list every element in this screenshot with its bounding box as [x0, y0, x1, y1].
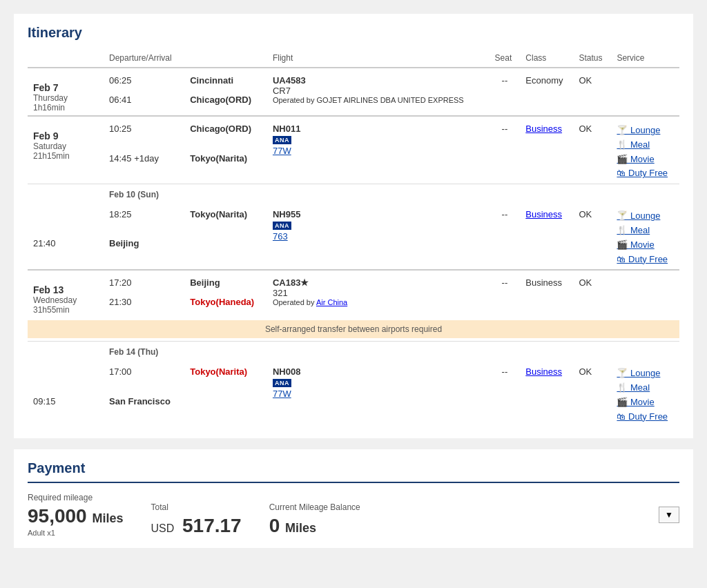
- date-cell-empty: [28, 202, 104, 235]
- city-arrive: Chicago(ORD): [184, 92, 267, 116]
- class-link[interactable]: Business: [525, 209, 562, 219]
- service-link-movie[interactable]: 🎬 Movie: [617, 153, 674, 167]
- class-link[interactable]: Business: [525, 124, 562, 134]
- mileage-label: Required mileage: [28, 493, 123, 502]
- date-cell: Feb 13 Wednesday 31h55min: [28, 270, 104, 317]
- time-arrive: 21:40: [28, 235, 104, 270]
- adult-label: Adult x1: [28, 529, 123, 537]
- aircraft-link[interactable]: 77W: [273, 146, 291, 156]
- payment-dropdown-button[interactable]: ▼: [659, 507, 679, 523]
- status-col: OK: [573, 270, 611, 317]
- transfer-banner-row: Self-arranged transfer between airports …: [28, 317, 679, 342]
- service-link-movie[interactable]: 🎬 Movie: [617, 238, 674, 253]
- time-depart: 18:25: [104, 202, 184, 235]
- status-col: OK: [573, 68, 611, 116]
- date-duration: 1h16min: [33, 103, 91, 112]
- balance-number: 0: [269, 515, 280, 536]
- flight-info: NH008ANA77W: [267, 360, 490, 427]
- ana-logo: ANA: [273, 134, 484, 146]
- transfer-banner: Self-arranged transfer between airports …: [28, 320, 679, 338]
- date-main: Feb 9: [33, 130, 91, 141]
- class-text: Economy: [525, 75, 563, 86]
- time-depart: 06:25: [104, 68, 184, 92]
- service-link-lounge[interactable]: 🍸 Lounge: [617, 366, 674, 381]
- col-header-seat: Seat: [490, 49, 521, 68]
- class-col: Business: [520, 270, 573, 317]
- seat: --: [490, 68, 521, 116]
- city-arrive: San Francisco: [104, 393, 184, 427]
- city-depart: Tokyo(Narita): [184, 202, 267, 235]
- col-header-status: Status: [573, 49, 611, 68]
- balance-value: 0 Miles: [269, 515, 360, 537]
- table-row: 18:25 Tokyo(Narita) NH955ANA763 -- Busin…: [28, 202, 679, 235]
- date-main: Feb 13: [33, 284, 91, 295]
- operated-by-link[interactable]: Air China: [316, 298, 347, 306]
- flight-extra: 321: [273, 288, 484, 298]
- date-day: Thursday: [33, 93, 91, 103]
- class-text: Business: [525, 277, 562, 288]
- city-arrive: Tokyo(Haneda): [184, 294, 267, 317]
- aircraft-link[interactable]: 763: [273, 231, 288, 242]
- mileage-unit: Miles: [92, 511, 123, 525]
- flight-number: NH008: [273, 366, 484, 377]
- table-row: Feb 9 Saturday 21h15min 10:25 Chicago(OR…: [28, 116, 679, 150]
- transfer-banner-cell: Self-arranged transfer between airports …: [28, 317, 679, 342]
- service-link-duty-free[interactable]: 🛍 Duty Free: [617, 410, 674, 424]
- time-depart: 17:00: [104, 360, 184, 393]
- itinerary-section: Itinerary Departure/Arrival Flight Seat …: [14, 14, 693, 438]
- seat: --: [490, 116, 521, 184]
- sub-date-empty: [28, 342, 104, 360]
- col-header-city: [184, 49, 267, 68]
- balance-unit: Miles: [285, 521, 316, 535]
- col-header-empty: [28, 49, 104, 68]
- service-link-duty-free[interactable]: 🛍 Duty Free: [617, 166, 674, 181]
- mileage-block: Required mileage 95,000 Miles Adult x1: [28, 493, 123, 537]
- flight-number: NH011: [273, 124, 484, 134]
- city-depart: Chicago(ORD): [184, 116, 267, 150]
- operated-by: Operated by Air China: [273, 298, 484, 306]
- total-label: Total: [151, 502, 241, 512]
- flight-info: NH955ANA763: [267, 202, 490, 270]
- service-link-meal[interactable]: 🍴 Meal: [617, 138, 674, 153]
- service-link-movie[interactable]: 🎬 Movie: [617, 395, 674, 410]
- time-arrive: 21:30: [104, 294, 184, 317]
- table-row: Feb 7 Thursday 1h16min 06:25 Cincinnati …: [28, 68, 679, 92]
- total-amount: 517.17: [182, 515, 242, 536]
- class-col: Business: [520, 116, 573, 184]
- table-row: 17:00 Tokyo(Narita) NH008ANA77W -- Busin…: [28, 360, 679, 393]
- balance-label: Current Mileage Balance: [269, 502, 360, 512]
- total-block: Total USD 517.17: [151, 502, 241, 537]
- ana-logo: ANA: [273, 219, 484, 231]
- service-link-duty-free[interactable]: 🛍 Duty Free: [617, 253, 674, 267]
- city-arrive: Beijing: [104, 235, 184, 270]
- time-depart: 10:25: [104, 116, 184, 150]
- col-header-service: Service: [611, 49, 679, 68]
- service-col: 🍸 Lounge🍴 Meal🎬 Movie🛍 Duty Free: [611, 360, 679, 427]
- service-link-lounge[interactable]: 🍸 Lounge: [617, 124, 674, 138]
- sub-date-label: Feb 14 (Thu): [104, 342, 679, 360]
- service-link-meal[interactable]: 🍴 Meal: [617, 381, 674, 395]
- date-day: Saturday: [33, 141, 91, 151]
- date-main: Feb 7: [33, 82, 91, 93]
- balance-block: Current Mileage Balance 0 Miles: [269, 502, 360, 537]
- flight-number: UA4583: [273, 75, 484, 86]
- city-depart: Beijing: [184, 270, 267, 294]
- seat: --: [490, 360, 521, 427]
- service-link-lounge[interactable]: 🍸 Lounge: [617, 209, 674, 224]
- date-day: Wednesday: [33, 295, 91, 305]
- time-arrive: 09:15: [28, 393, 104, 427]
- status-col: OK: [573, 116, 611, 184]
- service-col: 🍸 Lounge🍴 Meal🎬 Movie🛍 Duty Free: [611, 116, 679, 184]
- service-link-meal[interactable]: 🍴 Meal: [617, 224, 674, 238]
- class-link[interactable]: Business: [525, 366, 562, 377]
- flight-info: NH011ANA77W: [267, 116, 490, 184]
- aircraft-link[interactable]: 77W: [273, 389, 291, 399]
- sub-date-empty: [28, 184, 104, 203]
- payment-row: Required mileage 95,000 Miles Adult x1 T…: [28, 493, 679, 537]
- col-header-class: Class: [520, 49, 573, 68]
- time-arrive: 06:41: [104, 92, 184, 116]
- class-col: Business: [520, 360, 573, 427]
- flight-extra: CR7: [273, 86, 484, 96]
- mileage-value: 95,000 Miles: [28, 505, 123, 527]
- date-duration: 21h15min: [33, 151, 91, 161]
